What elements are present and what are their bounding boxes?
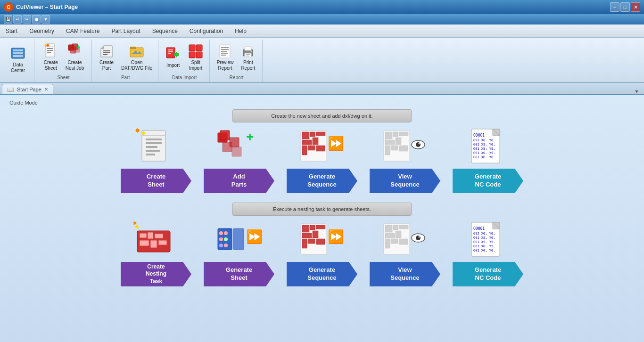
svg-rect-122: [385, 225, 392, 232]
svg-rect-28: [168, 53, 171, 54]
svg-text:G92 X0. Y0.: G92 X0. Y0.: [473, 138, 495, 142]
generate-sequence-2-arrow-button[interactable]: GenerateSequence: [287, 262, 357, 286]
tab-start-page[interactable]: 📖 Start Page ✕: [2, 84, 53, 94]
preview-report-ribbon-button[interactable]: PreviewReport: [214, 42, 237, 73]
svg-point-132: [419, 236, 420, 238]
view-sequence-2-arrow-button[interactable]: ViewSequence: [370, 262, 440, 286]
svg-point-131: [416, 236, 421, 240]
title-bar: C CutViewer – Start Page – □ ✕: [0, 0, 644, 14]
maximize-button[interactable]: □: [620, 2, 630, 12]
qat-btn4[interactable]: ◼: [32, 15, 41, 24]
qat-undo[interactable]: ↩: [13, 15, 22, 24]
workflow-step-generate-sheet: ⏩ GenerateSheet: [201, 221, 277, 286]
split-import-ribbon-label: SplitImport: [189, 60, 202, 71]
svg-rect-126: [396, 231, 401, 238]
create-nest-job-ribbon-label: CreateNest Job: [66, 60, 84, 71]
svg-rect-124: [399, 225, 408, 229]
svg-rect-40: [221, 55, 226, 56]
generate-sheet-arrow-button[interactable]: GenerateSheet: [204, 262, 274, 286]
data-center-icon: [10, 46, 25, 61]
svg-text:G01 X5. Y0.: G01 X5. Y0.: [473, 236, 495, 240]
split-import-icon: [188, 44, 203, 59]
svg-rect-11: [47, 52, 51, 53]
svg-text:G92 X0. Y0.: G92 X0. Y0.: [473, 232, 495, 236]
print-report-ribbon-label: PrintReport: [241, 60, 255, 71]
create-sheet-arrow-button[interactable]: CreateSheet: [121, 169, 191, 193]
svg-rect-59: [223, 142, 232, 152]
ribbon-group-report: PreviewReport PrintReport Report: [211, 40, 263, 82]
svg-rect-53: [146, 154, 155, 155]
svg-rect-23: [130, 47, 136, 49]
svg-rect-19: [103, 50, 110, 51]
ribbon-group-import-btns: Import SplitImport: [162, 41, 206, 74]
menu-help[interactable]: Help: [229, 24, 253, 37]
create-nest-job-ribbon-button[interactable]: + CreateNest Job: [63, 42, 87, 73]
qat-dropdown[interactable]: ▼: [41, 15, 50, 24]
svg-rect-97: [140, 240, 149, 246]
svg-text:O0001: O0001: [473, 133, 485, 138]
svg-text:⏩: ⏩: [328, 136, 344, 151]
tab-close-button[interactable]: ✕: [44, 87, 48, 92]
open-dxf-ribbon-label: OpenDXF/DWG File: [121, 60, 152, 71]
data-center-button[interactable]: DataCenter: [6, 44, 30, 75]
menu-start[interactable]: Start: [0, 24, 24, 37]
create-part-ribbon-button[interactable]: CreatePart: [96, 42, 117, 73]
tab-dropdown-arrow[interactable]: ▼: [631, 89, 642, 94]
qat-redo[interactable]: ↪: [23, 15, 31, 24]
svg-rect-117: [302, 239, 307, 248]
create-nesting-task-arrow-button[interactable]: CreateNestingTask: [121, 262, 191, 286]
svg-point-106: [224, 237, 228, 241]
open-dxf-ribbon-button[interactable]: OpenDXF/DWG File: [118, 42, 155, 73]
minimize-button[interactable]: –: [610, 2, 619, 12]
import-ribbon-button[interactable]: Import: [162, 45, 184, 70]
svg-rect-127: [385, 239, 390, 248]
create-sheet-ribbon-label: CreateSheet: [44, 60, 58, 71]
workflow-step-generate-sequence-2: ⏩ GenerateSequence: [284, 221, 360, 286]
svg-rect-76: [385, 140, 395, 145]
svg-text:⏩: ⏩: [246, 229, 263, 244]
svg-text:O0001: O0001: [473, 227, 485, 231]
import-ribbon-label: Import: [166, 63, 180, 68]
add-parts-arrow-button[interactable]: AddParts: [204, 169, 274, 193]
qat-save[interactable]: 💾: [4, 15, 12, 24]
create-nest-job-icon: +: [67, 44, 83, 59]
split-import-ribbon-button[interactable]: SplitImport: [185, 42, 206, 73]
menu-geometry[interactable]: Geometry: [24, 24, 60, 37]
svg-text:G01 X0. Y5.: G01 X0. Y5.: [473, 244, 495, 248]
svg-rect-99: [158, 240, 167, 245]
generate-sequence-2-step-icon: ⏩: [294, 221, 350, 259]
ribbon-group-sheet-label: Sheet: [57, 74, 69, 81]
svg-rect-27: [168, 51, 173, 52]
svg-text:G01 X5. Y0.: G01 X5. Y0.: [473, 143, 495, 147]
create-sheet-ribbon-button[interactable]: ✦ ✸ CreateSheet: [40, 42, 62, 73]
generate-sheet-step-icon: ⏩: [211, 221, 267, 259]
generate-nc-2-arrow-button[interactable]: GenerateNC Code: [453, 262, 523, 286]
svg-rect-26: [168, 49, 173, 50]
svg-rect-95: [148, 232, 153, 239]
svg-text:+: +: [246, 130, 254, 144]
generate-nc-1-arrow-button[interactable]: GenerateNC Code: [453, 169, 523, 193]
import-icon: [165, 47, 181, 62]
create-sheet-step-icon: ✦ ✸: [128, 128, 184, 166]
close-button[interactable]: ✕: [631, 2, 640, 12]
window-controls[interactable]: – □ ✕: [610, 2, 640, 12]
svg-text:G01 X0. Y5.: G01 X0. Y5.: [473, 151, 495, 155]
svg-rect-52: [146, 150, 160, 152]
svg-rect-49: [146, 138, 162, 140]
print-report-ribbon-button[interactable]: PrintReport: [237, 42, 259, 73]
view-sequence-1-arrow-button[interactable]: ViewSequence: [370, 169, 440, 193]
data-center-label: DataCenter: [11, 62, 25, 73]
generate-sequence-1-arrow-button[interactable]: GenerateSequence: [287, 169, 357, 193]
menu-part-layout[interactable]: Part Layout: [106, 24, 146, 37]
menu-cam-feature[interactable]: CAM Feature: [60, 24, 106, 37]
svg-point-6: [21, 56, 23, 57]
menu-configuration[interactable]: Configuration: [184, 24, 229, 37]
svg-rect-67: [313, 138, 318, 145]
svg-rect-44: [246, 54, 250, 55]
svg-rect-31: [189, 45, 195, 51]
menu-sequence[interactable]: Sequence: [147, 24, 184, 37]
svg-rect-60: [232, 147, 241, 156]
app-logo: C: [4, 2, 13, 12]
workflow-step-generate-sequence-1: ⏩ GenerateSequence: [284, 128, 360, 193]
svg-rect-66: [302, 140, 312, 145]
